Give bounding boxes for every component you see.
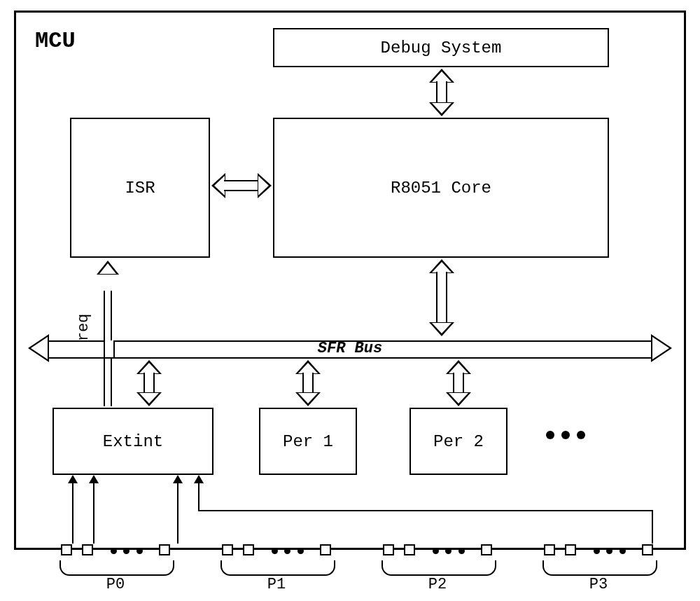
- ellipsis-dot-icon: [445, 548, 451, 554]
- per1-block: Per 1: [259, 408, 357, 475]
- port-pin: [61, 544, 72, 555]
- ellipsis-dot-icon: [136, 548, 143, 554]
- port-pin: [383, 544, 394, 555]
- port-label: P2: [428, 576, 447, 593]
- core-block: R8051 Core: [273, 118, 609, 258]
- ellipsis-dot-icon: [458, 548, 465, 554]
- port-label: P1: [267, 576, 286, 593]
- arrow-pin-extint: [93, 476, 94, 544]
- port-pin: [82, 544, 93, 555]
- port-brace: [382, 560, 496, 576]
- ellipsis-dot-icon: [123, 548, 130, 554]
- arrow-debug-core: [433, 69, 451, 116]
- debug-system-block: Debug System: [273, 28, 609, 67]
- port-pin: [320, 544, 331, 555]
- arrow-pin-extint: [198, 510, 653, 511]
- port-pin: [565, 544, 576, 555]
- port-brace: [220, 560, 335, 576]
- port-brace: [542, 560, 657, 576]
- arrow-pin-extint-head-icon: [194, 475, 204, 483]
- port-label: P0: [106, 576, 125, 593]
- sfr-bus: SFR Bus: [28, 338, 672, 359]
- diagram-stage: MCU Debug System ISR R8051 Core Extint P…: [0, 0, 700, 601]
- extint-block: Extint: [52, 408, 214, 475]
- req-arrow-head-icon: [97, 261, 119, 275]
- arrow-per2-sfr: [449, 360, 468, 406]
- port-pin: [243, 544, 254, 555]
- port-pin: [222, 544, 233, 555]
- port-pin: [404, 544, 415, 555]
- req-label: req: [75, 314, 92, 342]
- port-pin: [159, 544, 170, 555]
- ellipsis-dot-icon: [433, 548, 439, 554]
- port-pin: [642, 544, 653, 555]
- arrow-pin-extint: [72, 476, 74, 544]
- arrow-pin-extint: [652, 510, 653, 544]
- ellipsis-dot-icon: [298, 548, 304, 554]
- ellipsis-dot-icon: [620, 548, 626, 554]
- req-arrow: [104, 340, 115, 357]
- arrow-pin-extint: [177, 476, 178, 544]
- per2-block: Per 2: [410, 408, 507, 475]
- arrow-extint-sfr: [140, 360, 158, 406]
- ellipsis-dot-icon: [272, 548, 278, 554]
- more-peripherals-icon: [546, 431, 585, 439]
- ellipsis-dot-icon: [594, 548, 600, 554]
- mcu-title: MCU: [35, 28, 76, 54]
- arrow-per1-sfr: [299, 360, 317, 406]
- arrow-core-sfr: [433, 259, 451, 336]
- isr-block: ISR: [70, 118, 210, 258]
- sfr-bus-label: SFR Bus: [28, 340, 672, 357]
- port-pin: [544, 544, 555, 555]
- ellipsis-dot-icon: [111, 548, 117, 554]
- ellipsis-dot-icon: [606, 548, 612, 554]
- arrow-isr-core: [211, 177, 272, 195]
- port-label: P3: [589, 576, 608, 593]
- port-brace: [59, 560, 174, 576]
- port-pin: [481, 544, 492, 555]
- ellipsis-dot-icon: [284, 548, 290, 554]
